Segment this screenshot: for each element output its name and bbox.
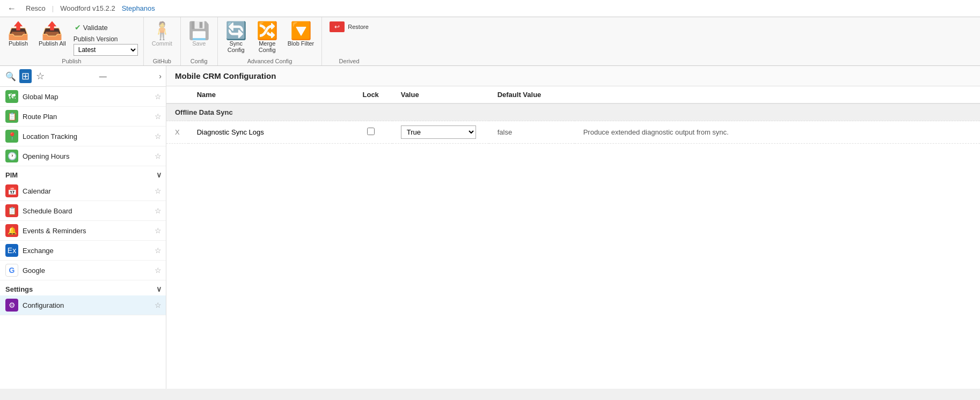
- col-default-value: Default Value: [489, 86, 575, 103]
- publish-button[interactable]: 📤 Publish: [3, 19, 33, 49]
- exchange-label: Exchange: [23, 247, 150, 255]
- sidebar-item-google[interactable]: G Google ☆: [0, 261, 166, 280]
- google-icon: G: [5, 264, 18, 277]
- validate-button[interactable]: ✔ Validate: [71, 21, 140, 33]
- restore-icon: ↩: [330, 21, 345, 32]
- settings-label: Settings: [5, 285, 33, 293]
- google-star[interactable]: ☆: [155, 266, 162, 275]
- blob-filter-button[interactable]: 🔽 Blob Filter: [283, 19, 319, 49]
- restore-button[interactable]: ↩ Restore: [325, 19, 373, 34]
- route-plan-label: Route Plan: [23, 113, 150, 121]
- row-name-cell: Diagnostic Sync Logs: [188, 121, 349, 144]
- commit-icon: 🧍: [151, 21, 173, 40]
- sidebar-item-route-plan[interactable]: 📋 Route Plan ☆: [0, 107, 166, 127]
- sidebar-item-location-tracking[interactable]: 📍 Location Tracking ☆: [0, 127, 166, 146]
- sidebar-item-configuration[interactable]: ⚙ Configuration ☆: [0, 295, 166, 315]
- opening-hours-star[interactable]: ☆: [155, 152, 162, 160]
- user-name[interactable]: Stephanos: [122, 4, 155, 12]
- location-tracking-star[interactable]: ☆: [155, 132, 162, 140]
- main-content: Mobile CRM Configuration Name Lock Value…: [166, 66, 980, 389]
- exchange-icon: Ex: [5, 244, 18, 257]
- publish-version-label: Publish Version: [74, 35, 138, 43]
- publish-icon: 📤: [8, 21, 29, 40]
- app-name: Resco: [26, 4, 46, 12]
- col-lock: Lock: [349, 86, 392, 103]
- publish-all-label: Publish All: [39, 40, 66, 47]
- row-value-cell: True False: [392, 121, 489, 144]
- col-name: Name: [188, 86, 349, 103]
- sidebar-item-calendar[interactable]: 📅 Calendar ☆: [0, 181, 166, 201]
- commit-button[interactable]: 🧍 Commit: [147, 19, 177, 49]
- schedule-board-icon: 📋: [5, 204, 18, 217]
- sync-config-label: SyncConfig: [228, 40, 245, 53]
- save-button[interactable]: 💾 Save: [184, 19, 214, 49]
- sidebar-section-settings[interactable]: Settings ∨: [0, 280, 166, 295]
- top-bar: ← Resco | Woodford v15.2.2 Stephanos: [0, 0, 980, 17]
- route-plan-star[interactable]: ☆: [155, 112, 162, 121]
- global-map-label: Global Map: [23, 93, 150, 101]
- col-marker: [166, 86, 188, 103]
- schedule-board-star[interactable]: ☆: [155, 206, 162, 215]
- row-marker: X: [166, 121, 188, 144]
- row-lock-cell: [349, 121, 392, 144]
- save-icon: 💾: [188, 21, 210, 40]
- ribbon-advanced-section: 🔄 SyncConfig 🔀 MergeConfig 🔽 Blob Filter…: [218, 17, 323, 65]
- settings-chevron-icon: ∨: [156, 285, 162, 293]
- main-title: Mobile CRM Configuration: [166, 66, 980, 86]
- description-text: Produce extended diagnostic output from …: [583, 128, 729, 136]
- configuration-label: Configuration: [23, 301, 150, 309]
- row-x-label: X: [175, 128, 180, 136]
- section-offline-data-sync: Offline Data Sync: [166, 103, 980, 121]
- exchange-star[interactable]: ☆: [155, 246, 162, 255]
- config-group-label: Config: [184, 57, 214, 65]
- ribbon-derived-section: ↩ Restore Derived: [322, 17, 376, 65]
- github-group-label: GitHub: [147, 57, 177, 65]
- sidebar-grid-view-button[interactable]: ⊞: [19, 69, 32, 83]
- configuration-icon: ⚙: [5, 299, 18, 312]
- publish-all-icon: 📤: [41, 21, 63, 40]
- google-label: Google: [23, 266, 150, 275]
- sidebar-hide-button[interactable]: ›: [159, 72, 162, 80]
- row-default-value-cell: false: [489, 121, 575, 144]
- events-reminders-star[interactable]: ☆: [155, 226, 162, 235]
- location-tracking-label: Location Tracking: [23, 132, 150, 140]
- restore-label: Restore: [348, 24, 369, 30]
- merge-config-label: MergeConfig: [259, 40, 276, 53]
- sidebar-item-global-map[interactable]: 🗺 Global Map ☆: [0, 87, 166, 107]
- sidebar-item-events-reminders[interactable]: 🔔 Events & Reminders ☆: [0, 221, 166, 241]
- default-value-label: false: [498, 128, 512, 136]
- global-map-star[interactable]: ☆: [155, 92, 162, 101]
- separator: |: [52, 4, 54, 12]
- advanced-group-label: Advanced Config: [221, 57, 319, 65]
- sync-config-icon: 🔄: [225, 21, 247, 40]
- back-button[interactable]: ←: [4, 3, 19, 14]
- validate-check-icon: ✔: [75, 23, 81, 32]
- col-value: Value: [392, 86, 489, 103]
- value-select[interactable]: True False: [401, 125, 476, 139]
- config-table: Name Lock Value Default Value Offline Da…: [166, 86, 980, 144]
- commit-label: Commit: [152, 40, 172, 47]
- calendar-icon: 📅: [5, 184, 18, 197]
- sidebar-item-schedule-board[interactable]: 📋 Schedule Board ☆: [0, 201, 166, 221]
- pim-chevron-icon: ∨: [156, 171, 162, 179]
- sync-config-button[interactable]: 🔄 SyncConfig: [221, 19, 251, 55]
- publish-all-button[interactable]: 📤 Publish All: [34, 19, 70, 49]
- sidebar-star-filter-button[interactable]: ☆: [34, 69, 47, 83]
- ribbon-github-section: 🧍 Commit GitHub: [144, 17, 181, 65]
- version-select[interactable]: Latest v15.2.2 v15.2.1: [74, 44, 138, 56]
- sidebar-collapse-button[interactable]: —: [99, 72, 107, 80]
- ribbon-publish-section: 📤 Publish 📤 Publish All ✔ Validate Publi…: [0, 17, 144, 65]
- publish-label: Publish: [9, 40, 28, 47]
- sidebar-item-exchange[interactable]: Ex Exchange ☆: [0, 241, 166, 261]
- sidebar-search-button[interactable]: 🔍: [4, 70, 17, 83]
- lock-checkbox[interactable]: [367, 128, 375, 135]
- calendar-star[interactable]: ☆: [155, 187, 162, 195]
- content-area: 🔍 ⊞ ☆ — › 🗺 Global Map ☆ 📋 Route Plan ☆ …: [0, 66, 980, 389]
- sidebar: 🔍 ⊞ ☆ — › 🗺 Global Map ☆ 📋 Route Plan ☆ …: [0, 66, 166, 389]
- derived-group-label: Derived: [325, 57, 373, 65]
- sidebar-section-pim[interactable]: PIM ∨: [0, 166, 166, 181]
- events-reminders-label: Events & Reminders: [23, 227, 150, 235]
- configuration-star[interactable]: ☆: [155, 301, 162, 309]
- merge-config-button[interactable]: 🔀 MergeConfig: [252, 19, 282, 55]
- sidebar-item-opening-hours[interactable]: 🕐 Opening Hours ☆: [0, 146, 166, 166]
